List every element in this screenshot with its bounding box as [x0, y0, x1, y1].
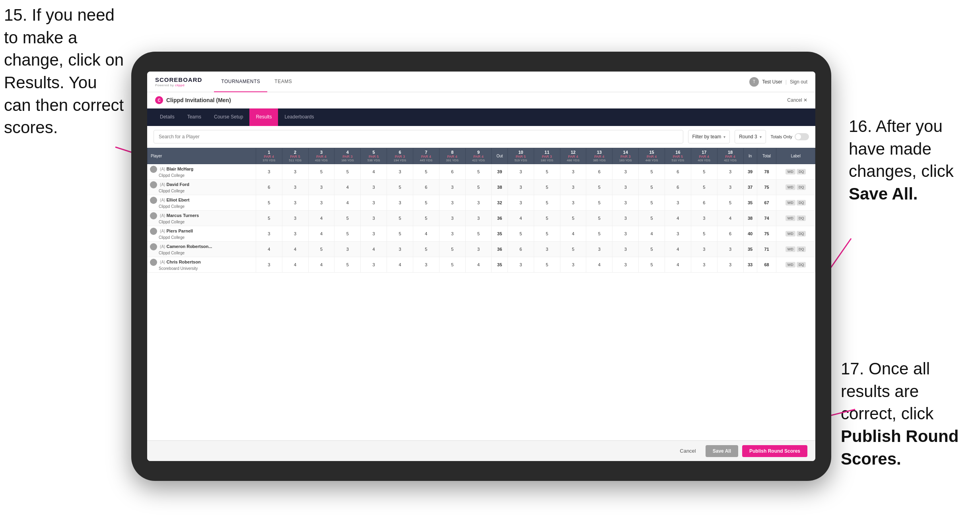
score-h15[interactable]: 5	[639, 180, 665, 195]
score-h2[interactable]: 3	[282, 195, 308, 211]
score-h2[interactable]: 4	[282, 257, 308, 273]
score-h14[interactable]: 3	[612, 164, 639, 180]
score-h6[interactable]: 3	[387, 195, 413, 211]
score-h4[interactable]: 4	[334, 195, 361, 211]
score-h5[interactable]: 3	[361, 257, 387, 273]
score-h11[interactable]: 5	[534, 180, 560, 195]
score-h16[interactable]: 4	[665, 257, 691, 273]
score-h6[interactable]: 3	[387, 242, 413, 257]
score-h15[interactable]: 4	[639, 226, 665, 242]
score-h9[interactable]: 5	[465, 164, 492, 180]
score-h12[interactable]: 3	[560, 257, 586, 273]
score-h10[interactable]: 4	[508, 211, 534, 226]
score-h7[interactable]: 5	[413, 211, 439, 226]
dq-button[interactable]: DQ	[797, 215, 806, 221]
round-dropdown[interactable]: Round 3 ▾	[735, 130, 766, 143]
score-h10[interactable]: 3	[508, 257, 534, 273]
score-h14[interactable]: 3	[612, 195, 639, 211]
score-h1[interactable]: 3	[256, 257, 282, 273]
score-h18[interactable]: 3	[717, 242, 743, 257]
score-h4[interactable]: 4	[334, 180, 361, 195]
score-h15[interactable]: 5	[639, 211, 665, 226]
wd-button[interactable]: WD	[786, 169, 795, 174]
save-all-button[interactable]: Save All	[706, 445, 738, 457]
score-h4[interactable]: 5	[334, 257, 361, 273]
cancel-button[interactable]: Cancel	[674, 445, 701, 457]
score-h3[interactable]: 4	[308, 257, 334, 273]
score-h10[interactable]: 3	[508, 164, 534, 180]
score-h12[interactable]: 5	[560, 242, 586, 257]
score-h2[interactable]: 4	[282, 242, 308, 257]
score-h2[interactable]: 3	[282, 164, 308, 180]
score-h14[interactable]: 3	[612, 257, 639, 273]
score-h6[interactable]: 5	[387, 211, 413, 226]
score-h15[interactable]: 5	[639, 195, 665, 211]
score-h5[interactable]: 4	[361, 164, 387, 180]
wd-button[interactable]: WD	[786, 246, 795, 252]
sign-out-link[interactable]: Sign out	[790, 79, 807, 85]
score-h18[interactable]: 3	[717, 180, 743, 195]
score-h6[interactable]: 5	[387, 226, 413, 242]
score-h3[interactable]: 3	[308, 195, 334, 211]
search-input[interactable]	[154, 130, 683, 143]
score-h13[interactable]: 5	[586, 195, 612, 211]
score-h7[interactable]: 4	[413, 226, 439, 242]
score-h5[interactable]: 3	[361, 195, 387, 211]
score-h17[interactable]: 3	[691, 242, 717, 257]
toggle-switch[interactable]	[795, 133, 809, 140]
nav-teams[interactable]: TEAMS	[267, 72, 299, 92]
score-h8[interactable]: 3	[439, 180, 465, 195]
score-h1[interactable]: 5	[256, 195, 282, 211]
score-h1[interactable]: 5	[256, 211, 282, 226]
tab-course-setup[interactable]: Course Setup	[208, 108, 249, 126]
nav-tournaments[interactable]: TOURNAMENTS	[214, 72, 267, 92]
score-h1[interactable]: 3	[256, 164, 282, 180]
score-h9[interactable]: 5	[465, 226, 492, 242]
dq-button[interactable]: DQ	[797, 184, 806, 190]
score-h3[interactable]: 4	[308, 211, 334, 226]
score-h6[interactable]: 5	[387, 180, 413, 195]
score-h11[interactable]: 5	[534, 226, 560, 242]
score-h12[interactable]: 3	[560, 195, 586, 211]
wd-button[interactable]: WD	[786, 184, 795, 190]
score-h10[interactable]: 6	[508, 242, 534, 257]
score-h17[interactable]: 6	[691, 195, 717, 211]
score-h4[interactable]: 5	[334, 211, 361, 226]
score-h18[interactable]: 3	[717, 164, 743, 180]
dq-button[interactable]: DQ	[797, 231, 806, 236]
score-h9[interactable]: 3	[465, 195, 492, 211]
score-h5[interactable]: 3	[361, 226, 387, 242]
cancel-x-button[interactable]: Cancel ✕	[787, 97, 807, 103]
score-h7[interactable]: 3	[413, 257, 439, 273]
score-h1[interactable]: 4	[256, 242, 282, 257]
score-h11[interactable]: 5	[534, 211, 560, 226]
score-h11[interactable]: 5	[534, 195, 560, 211]
score-h10[interactable]: 3	[508, 180, 534, 195]
score-h11[interactable]: 5	[534, 257, 560, 273]
score-h9[interactable]: 3	[465, 211, 492, 226]
score-h4[interactable]: 5	[334, 164, 361, 180]
score-h8[interactable]: 3	[439, 211, 465, 226]
score-h17[interactable]: 5	[691, 226, 717, 242]
score-h15[interactable]: 5	[639, 164, 665, 180]
score-h8[interactable]: 3	[439, 226, 465, 242]
score-h8[interactable]: 6	[439, 164, 465, 180]
score-h2[interactable]: 3	[282, 211, 308, 226]
score-h5[interactable]: 3	[361, 211, 387, 226]
score-h6[interactable]: 4	[387, 257, 413, 273]
totals-only-toggle[interactable]: Totals Only	[771, 133, 809, 140]
score-h16[interactable]: 6	[665, 180, 691, 195]
score-h13[interactable]: 5	[586, 226, 612, 242]
score-h7[interactable]: 5	[413, 164, 439, 180]
score-h15[interactable]: 5	[639, 242, 665, 257]
score-h9[interactable]: 5	[465, 180, 492, 195]
score-h8[interactable]: 5	[439, 242, 465, 257]
score-h3[interactable]: 5	[308, 242, 334, 257]
score-h1[interactable]: 6	[256, 180, 282, 195]
tab-results[interactable]: Results	[249, 108, 278, 126]
score-h4[interactable]: 5	[334, 226, 361, 242]
score-h5[interactable]: 4	[361, 242, 387, 257]
score-h11[interactable]: 3	[534, 242, 560, 257]
score-h14[interactable]: 3	[612, 242, 639, 257]
wd-button[interactable]: WD	[786, 200, 795, 205]
